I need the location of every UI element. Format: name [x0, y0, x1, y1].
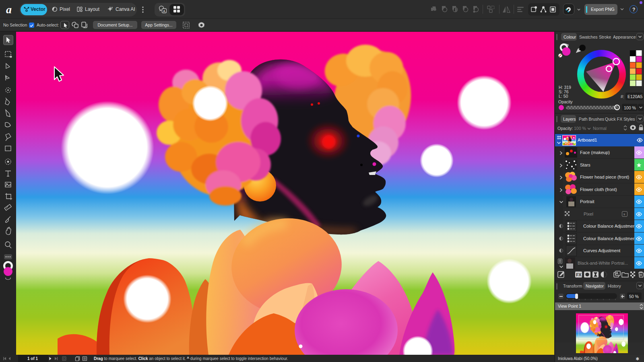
svg-text:A: A — [163, 9, 165, 13]
svg-text:a: a — [6, 4, 12, 16]
svg-text:FX: FX — [576, 272, 581, 277]
